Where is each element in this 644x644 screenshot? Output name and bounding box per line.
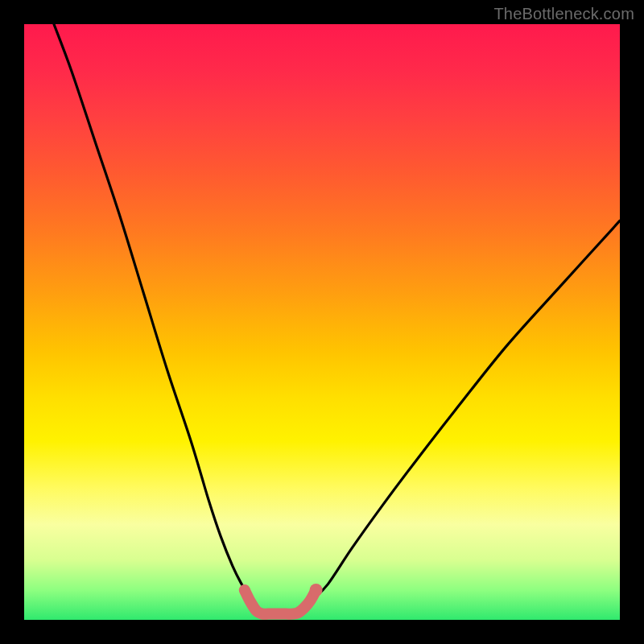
curve-svg	[24, 24, 620, 620]
left-curve	[54, 24, 257, 608]
plot-area	[24, 24, 620, 620]
valley-dot	[310, 584, 323, 597]
watermark-text: TheBottleneck.com	[493, 5, 634, 23]
valley-marker	[245, 590, 316, 614]
right-curve	[304, 221, 620, 608]
chart-frame: TheBottleneck.com	[0, 0, 644, 644]
